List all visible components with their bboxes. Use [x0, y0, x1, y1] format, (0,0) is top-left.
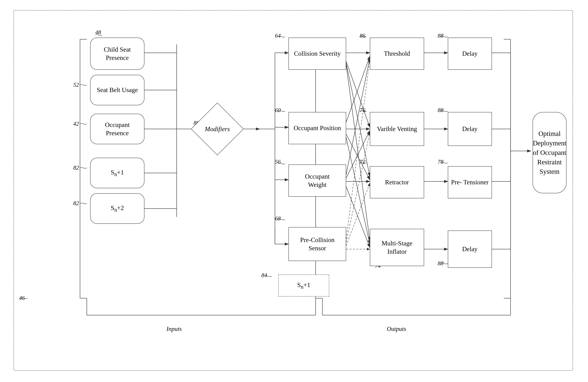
node-occupant-presence: Occupant Presence [90, 114, 145, 144]
node-delay-mid: Delay [448, 112, 492, 146]
ref-86: 86 [360, 33, 365, 39]
node-delay-bot: Delay [448, 230, 492, 268]
ref-88b: 88 [438, 107, 443, 114]
node-collision-severity: Collision Severity [289, 38, 346, 70]
ref-88c: 88 [438, 260, 443, 267]
node-optimal-deployment: Optimal Deployment of Occupant Restraint… [533, 112, 567, 193]
svg-line-39 [346, 132, 370, 242]
label-inputs: Inputs [167, 325, 182, 332]
node-threshold: Threshold [370, 38, 424, 70]
node-multi-stage: Multi-Stage Inflator [370, 229, 424, 266]
ref-42: 42 [73, 120, 79, 127]
svg-line-28 [346, 63, 370, 176]
ref-68: 68 [275, 215, 281, 222]
ref-82a: 82 [73, 165, 79, 171]
label-outputs: Outputs [387, 325, 406, 332]
ref-82b: 82 [73, 200, 79, 207]
node-sn2: Sn+2 [90, 193, 145, 224]
ref-60: 60 [275, 107, 281, 114]
node-variable-venting: Varible Venting [370, 112, 424, 146]
svg-line-37 [346, 187, 370, 248]
diagram-container: 48 52 42 82 82 80 64 60 56 68 86 76 72 7… [14, 10, 573, 371]
node-child-seat: Child Seat Presence [90, 38, 145, 70]
node-pre-tensioner: Pre- Tensioner [448, 166, 492, 198]
svg-line-35 [346, 131, 370, 178]
svg-line-29 [346, 65, 370, 241]
ref-72: 72 [360, 159, 365, 165]
svg-line-38 [346, 59, 370, 239]
node-retractor: Retractor [370, 166, 424, 198]
svg-line-33 [346, 137, 370, 244]
svg-line-34 [346, 58, 370, 175]
ref-48: 48 [95, 29, 101, 36]
node-delay-top: Delay [448, 38, 492, 70]
svg-line-32 [346, 134, 370, 180]
node-pre-collision: Pre-Collision Sensor [289, 227, 346, 261]
ref-46: 46 [19, 295, 25, 301]
node-sn1-top: Sn+1 [90, 158, 145, 188]
ref-56: 56 [275, 159, 281, 165]
ref-84: 84 [261, 272, 267, 278]
svg-line-30 [346, 56, 370, 122]
node-seat-belt: Seat Belt Usage [90, 75, 145, 105]
ref-64: 64 [275, 33, 281, 39]
ref-88a: 88 [438, 33, 443, 39]
ref-78: 78 [438, 159, 443, 165]
svg-line-40 [346, 183, 370, 246]
svg-line-27 [346, 61, 370, 127]
ref-76: 76 [360, 107, 365, 114]
node-modifiers: Modifiers [199, 110, 236, 148]
node-occupant-position: Occupant Position [289, 112, 346, 144]
ref-52: 52 [73, 82, 79, 88]
node-occupant-weight: OccupantWeight [289, 165, 346, 197]
node-sn1-bottom: Sn+1 [278, 274, 329, 297]
